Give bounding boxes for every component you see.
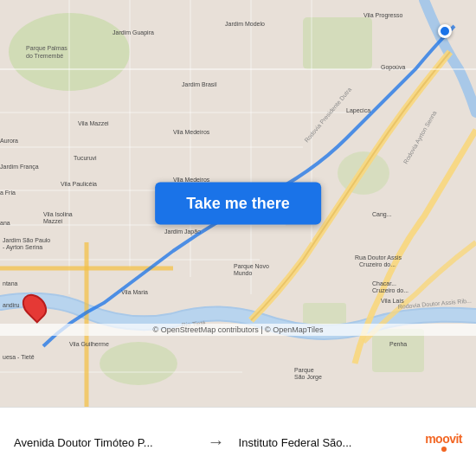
origin-pin [24, 293, 45, 320]
svg-text:do Tremembé: do Tremembé [26, 53, 63, 59]
svg-text:Jardim França: Jardim França [0, 164, 39, 170]
app: Parque Palmas do Tremembé Jardim Guapira… [0, 0, 476, 476]
map-container: Parque Palmas do Tremembé Jardim Guapira… [0, 0, 476, 407]
moovit-brand-dot [441, 447, 447, 452]
svg-text:Chacar...: Chacar... [372, 280, 396, 286]
svg-text:a Fria: a Fria [0, 190, 16, 196]
svg-text:Vila Isolina: Vila Isolina [43, 211, 73, 217]
svg-text:Lapecica: Lapecica [346, 107, 370, 114]
svg-text:Vila Maria: Vila Maria [121, 289, 148, 295]
bottom-bar: Avenida Doutor Timóteo P... → Instituto … [0, 407, 476, 476]
svg-text:São Jorge: São Jorge [294, 374, 322, 381]
svg-text:Vila Medeiros: Vila Medeiros [173, 129, 210, 135]
svg-text:Vila Progresso: Vila Progresso [363, 12, 403, 19]
take-me-there-button[interactable]: Take me there [155, 183, 321, 225]
svg-text:Tucuruvi: Tucuruvi [74, 155, 97, 161]
svg-text:Parque Palmas: Parque Palmas [26, 45, 68, 52]
svg-text:Vila Mazzei: Vila Mazzei [78, 120, 109, 126]
svg-text:Vila Guilherme: Vila Guilherme [69, 341, 109, 347]
svg-text:Parque Novo: Parque Novo [234, 263, 269, 270]
svg-text:Mazzei: Mazzei [43, 218, 63, 224]
to-section: Instituto Federal São... [232, 434, 419, 449]
map-attribution: © OpenStreetMap contributors | © OpenMap… [0, 324, 476, 336]
svg-rect-2 [303, 17, 372, 69]
from-section: Avenida Doutor Timóteo P... [14, 434, 201, 449]
from-stop-name: Avenida Doutor Timóteo P... [14, 436, 194, 449]
direction-arrow-icon: → [201, 432, 232, 452]
moovit-brand-text: moovit [425, 432, 462, 446]
svg-text:Gopoúva: Gopoúva [381, 64, 406, 71]
svg-text:Mundo: Mundo [234, 270, 253, 276]
svg-text:andiru: andiru [3, 302, 20, 308]
svg-text:Penha: Penha [389, 341, 407, 347]
destination-pin [438, 24, 452, 38]
button-overlay: Take me there [155, 183, 321, 225]
svg-text:Parque: Parque [294, 367, 314, 374]
svg-point-6 [100, 342, 177, 385]
svg-text:ana: ana [0, 220, 10, 226]
to-stop-name: Instituto Federal São... [239, 436, 419, 449]
svg-text:Cruzeiro do...: Cruzeiro do... [359, 261, 396, 267]
svg-text:Cang...: Cang... [372, 211, 392, 218]
svg-text:Jardim Modelo: Jardim Modelo [225, 21, 265, 27]
svg-text:- Ayrton Serina: - Ayrton Serina [3, 244, 42, 251]
svg-text:Jardim Guapira: Jardim Guapira [113, 29, 154, 36]
svg-text:ntana: ntana [3, 280, 18, 286]
svg-text:Jardim Brasil: Jardim Brasil [182, 81, 217, 87]
svg-text:Jardim São Paulo: Jardim São Paulo [3, 237, 50, 243]
moovit-logo: moovit [425, 432, 462, 452]
svg-text:Cruzeiro do...: Cruzeiro do... [372, 287, 408, 293]
svg-text:Vila Paulicéia: Vila Paulicéia [61, 181, 97, 187]
svg-text:uesa - Tietê: uesa - Tietê [3, 354, 35, 360]
svg-text:Rua Doutor Assis: Rua Doutor Assis [355, 254, 402, 261]
svg-text:Aurora: Aurora [0, 138, 18, 144]
